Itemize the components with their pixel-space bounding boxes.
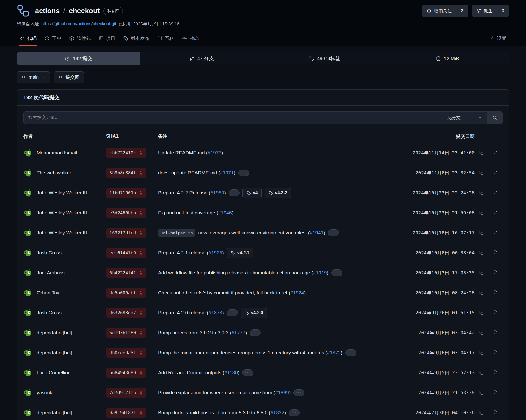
commit-author-name[interactable]: Mohammad Ismail bbox=[37, 150, 77, 156]
commit-author-name[interactable]: The web walker bbox=[37, 170, 71, 176]
copy-sha-button[interactable] bbox=[475, 390, 488, 395]
commit-author-name[interactable]: John Wesley Walker III bbox=[37, 210, 87, 216]
commit-author-name[interactable]: dependabot[bot] bbox=[37, 410, 72, 416]
pr-link[interactable]: #1919 bbox=[313, 270, 327, 275]
tab-issue[interactable]: 工单 bbox=[42, 31, 64, 46]
commit-sha-badge[interactable]: e3d2460bbb bbox=[106, 208, 146, 218]
commit-sha-badge[interactable]: de5a000abf bbox=[106, 288, 146, 298]
copy-sha-button[interactable] bbox=[475, 370, 488, 375]
avatar[interactable] bbox=[23, 228, 33, 238]
commit-sha-badge[interactable]: b684943689 bbox=[106, 368, 146, 378]
pr-link[interactable]: #1941 bbox=[310, 230, 324, 235]
commit-message[interactable]: docs: update README.md (#1971) bbox=[158, 170, 235, 176]
commit-sha-badge[interactable]: 3b9b8c884f bbox=[106, 168, 146, 178]
commit-sha-badge[interactable]: cbb722410c bbox=[106, 148, 146, 158]
commit-message[interactable]: Provide explanation for where user email… bbox=[158, 390, 291, 396]
copy-sha-button[interactable] bbox=[475, 150, 488, 155]
commit-author-name[interactable]: dependabot[bot] bbox=[37, 330, 72, 336]
commit-author-name[interactable]: Joel Ambass bbox=[37, 270, 65, 276]
commit-message[interactable]: Bump the minor-npm-dependencies group ac… bbox=[158, 350, 343, 356]
avatar[interactable] bbox=[23, 408, 33, 417]
pr-link[interactable]: #1777 bbox=[232, 330, 245, 335]
browse-source-button[interactable] bbox=[488, 190, 503, 195]
repo-name-link[interactable]: checkout bbox=[69, 7, 100, 15]
copy-sha-button[interactable] bbox=[475, 350, 488, 355]
summary-db[interactable]: 12 MiB bbox=[386, 52, 509, 65]
avatar[interactable] bbox=[23, 388, 33, 397]
expand-commit-body-button[interactable]: ··· bbox=[250, 329, 261, 336]
tab-book[interactable]: 百科 bbox=[154, 31, 177, 46]
commit-author-name[interactable]: Luca Comellini bbox=[37, 370, 69, 376]
avatar[interactable] bbox=[23, 288, 33, 297]
pr-link[interactable]: #1869 bbox=[275, 390, 289, 395]
copy-sha-button[interactable] bbox=[475, 250, 488, 255]
avatar[interactable] bbox=[23, 188, 33, 198]
pr-link[interactable]: #1925 bbox=[208, 250, 222, 255]
copy-sha-button[interactable] bbox=[475, 170, 488, 175]
summary-branch[interactable]: 47 分支 bbox=[140, 52, 263, 65]
expand-commit-body-button[interactable]: ··· bbox=[331, 269, 342, 276]
version-tag-chip[interactable]: v4.2.1 bbox=[227, 248, 253, 258]
browse-source-button[interactable] bbox=[488, 230, 503, 235]
copy-sha-button[interactable] bbox=[475, 190, 488, 195]
browse-source-button[interactable] bbox=[488, 390, 503, 395]
commit-sha-badge[interactable]: eef61447b9 bbox=[106, 248, 146, 258]
commit-sha-badge[interactable]: 6b42224f41 bbox=[106, 268, 146, 278]
branch-selector[interactable]: main bbox=[17, 71, 50, 83]
avatar[interactable] bbox=[23, 368, 33, 377]
expand-commit-body-button[interactable]: ··· bbox=[242, 369, 253, 376]
expand-commit-body-button[interactable]: ··· bbox=[289, 409, 300, 416]
commit-message[interactable]: Add workflow file for publishing release… bbox=[158, 270, 328, 276]
unwatch-button[interactable]: 取消关注 2 bbox=[422, 5, 468, 17]
summary-tag[interactable]: 49 Git标签 bbox=[263, 52, 386, 65]
browse-source-button[interactable] bbox=[488, 250, 503, 255]
expand-commit-body-button[interactable]: ··· bbox=[293, 389, 304, 396]
pr-link[interactable]: #1878 bbox=[208, 310, 222, 315]
watchers-count[interactable]: 2 bbox=[456, 5, 468, 17]
avatar[interactable] bbox=[23, 168, 33, 178]
expand-commit-body-button[interactable]: ··· bbox=[328, 229, 339, 236]
commit-sha-badge[interactable]: 163217dfcd bbox=[106, 228, 146, 238]
copy-sha-button[interactable] bbox=[475, 310, 488, 315]
search-commits-input[interactable] bbox=[24, 112, 442, 124]
tab-package[interactable]: 软件包 bbox=[66, 31, 94, 46]
version-tag-chip[interactable]: v4.2.2 bbox=[265, 188, 291, 198]
commit-message[interactable]: Prepare 4.2.2 Release (#1953) bbox=[158, 190, 226, 196]
commit-message[interactable]: Prepare 4.2.0 release (#1878) bbox=[158, 310, 224, 316]
commit-message[interactable]: Bump braces from 3.0.2 to 3.0.3 (#1777) bbox=[158, 330, 247, 336]
browse-source-button[interactable] bbox=[488, 330, 503, 335]
commit-author-name[interactable]: John Wesley Walker III bbox=[37, 230, 87, 236]
browse-source-button[interactable] bbox=[488, 350, 503, 355]
tab-tag[interactable]: 版本发布 bbox=[120, 31, 152, 46]
pr-link[interactable]: #1953 bbox=[211, 190, 224, 195]
browse-source-button[interactable] bbox=[488, 150, 503, 155]
commit-sha-badge[interactable]: 6d193bf280 bbox=[106, 328, 146, 338]
copy-sha-button[interactable] bbox=[475, 410, 488, 415]
browse-source-button[interactable] bbox=[488, 210, 503, 215]
tab-activity[interactable]: 动态 bbox=[179, 31, 202, 46]
commit-sha-badge[interactable]: 2d7d9f7ff5 bbox=[106, 388, 146, 398]
commit-sha-badge[interactable]: db0cee9a51 bbox=[106, 348, 146, 358]
commit-message[interactable]: Bump docker/build-push-action from 5.3.0… bbox=[158, 410, 286, 416]
expand-commit-body-button[interactable]: ··· bbox=[238, 170, 249, 176]
commit-author-name[interactable]: Orhan Toy bbox=[37, 290, 59, 296]
pr-link[interactable]: #1946 bbox=[218, 210, 232, 215]
pr-link[interactable]: #1180 bbox=[225, 370, 238, 375]
pr-link[interactable]: #1971 bbox=[220, 170, 234, 175]
repo-owner-link[interactable]: actions bbox=[35, 7, 60, 15]
browse-source-button[interactable] bbox=[488, 410, 503, 415]
mirror-url-link[interactable]: https://github.com/actions/checkout.git bbox=[41, 21, 116, 26]
browse-source-button[interactable] bbox=[488, 370, 503, 375]
copy-sha-button[interactable] bbox=[475, 210, 488, 215]
browse-source-button[interactable] bbox=[488, 290, 503, 295]
tab-project[interactable]: 项目 bbox=[96, 31, 118, 46]
avatar[interactable] bbox=[23, 348, 33, 357]
copy-sha-button[interactable] bbox=[475, 230, 488, 235]
commit-author-name[interactable]: Josh Gross bbox=[37, 250, 62, 256]
tab-settings[interactable]: 设置 bbox=[486, 31, 509, 46]
commit-author-name[interactable]: Josh Gross bbox=[37, 310, 62, 316]
expand-commit-body-button[interactable]: ··· bbox=[229, 189, 240, 196]
commit-sha-badge[interactable]: 9a9194f871 bbox=[106, 408, 146, 418]
pr-link[interactable]: #1872 bbox=[327, 350, 341, 355]
search-button[interactable] bbox=[487, 112, 502, 124]
